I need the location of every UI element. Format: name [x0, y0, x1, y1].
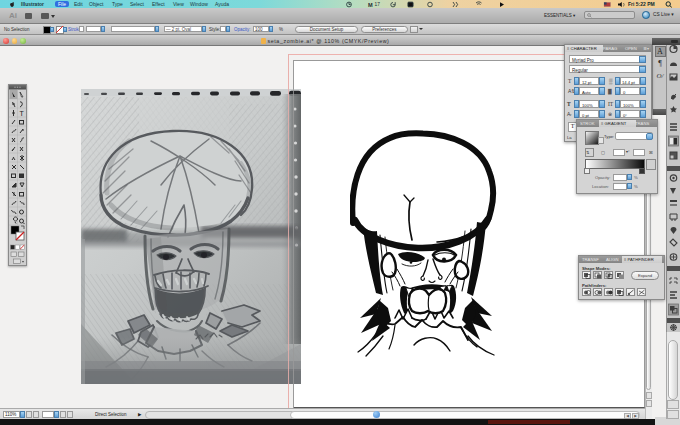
svg-text:17: 17: [375, 2, 381, 7]
svg-text:T: T: [20, 110, 25, 117]
svg-text:M: M: [368, 1, 373, 7]
